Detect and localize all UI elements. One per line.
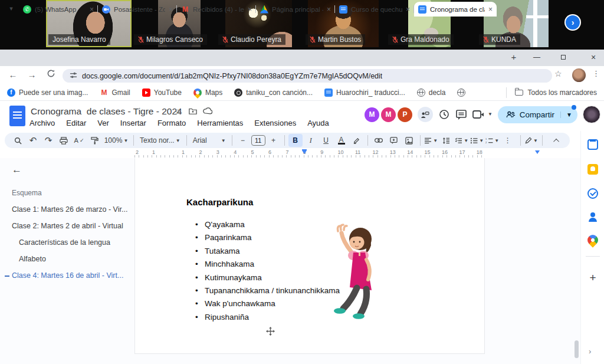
bookmark-item[interactable]: taniku_con canción... <box>234 88 313 97</box>
bookmark-item[interactable]: Huarochiri_ traducci... <box>324 88 405 97</box>
print-icon[interactable] <box>57 134 71 147</box>
tab-search-button[interactable]: ▾ <box>5 2 18 14</box>
site-info-icon[interactable] <box>70 71 77 81</box>
spellcheck-icon[interactable]: A✓ <box>72 134 86 147</box>
insert-link-icon[interactable] <box>372 134 386 147</box>
maps-icon[interactable] <box>585 232 600 247</box>
share-dropdown-caret[interactable]: ▼ <box>560 112 577 118</box>
insert-image-icon[interactable] <box>402 134 416 147</box>
comments-icon[interactable] <box>455 109 467 120</box>
browser-tab[interactable]: Cronograma de clase × <box>414 2 497 17</box>
add-comment-icon[interactable] <box>387 134 401 147</box>
editing-mode-dropdown[interactable]: ▼ <box>524 134 539 147</box>
numbered-list-dropdown[interactable]: 12▼ <box>485 134 500 147</box>
browser-profile-avatar[interactable] <box>572 68 586 82</box>
text-color-button[interactable]: A <box>334 134 349 147</box>
tab-close-icon[interactable]: × <box>169 5 173 14</box>
share-button[interactable]: Compartir ▼ <box>498 106 577 123</box>
document-page[interactable]: Kacharparikuna Q'ayakamaPaqarinkamaTutak… <box>134 158 485 354</box>
collaborator-avatar[interactable]: P <box>398 107 412 122</box>
new-tab-button[interactable]: + <box>508 52 519 63</box>
move-to-folder-icon[interactable] <box>189 107 197 116</box>
outline-item[interactable]: Clase 4: Martes 16 de abril - Virt... <box>12 271 130 280</box>
forward-button[interactable]: → <box>26 70 38 80</box>
window-close-button[interactable]: × <box>587 52 599 63</box>
tab-close-icon[interactable]: × <box>90 5 94 14</box>
right-indent-marker[interactable] <box>535 150 540 154</box>
bold-button[interactable]: B <box>288 134 303 147</box>
menu-item[interactable]: Editar <box>66 119 86 127</box>
highlight-color-icon[interactable] <box>350 134 364 147</box>
zoom-dropdown[interactable]: 100%▼ <box>103 134 130 147</box>
tasks-icon[interactable] <box>587 188 598 199</box>
document-title[interactable]: Cronograma de clases - Tigre - 2024 <box>31 106 182 117</box>
google-docs-icon[interactable] <box>9 106 25 126</box>
more-options-icon[interactable]: ⋮ <box>501 134 515 147</box>
reload-button[interactable] <box>45 69 57 80</box>
window-maximize-button[interactable] <box>557 52 569 63</box>
menu-item[interactable]: Archivo <box>29 119 55 127</box>
present-to-meeting-button[interactable] <box>418 107 433 122</box>
decrease-font-size-button[interactable]: − <box>236 134 250 147</box>
font-dropdown[interactable]: Arial▼ <box>191 134 228 147</box>
redo-icon[interactable]: ↷ <box>41 134 55 147</box>
account-avatar[interactable] <box>583 106 600 123</box>
video-call-button[interactable]: ▼ <box>472 110 493 119</box>
tab-close-icon[interactable]: × <box>327 5 331 14</box>
bookmark-item[interactable]: YouTube <box>142 88 182 97</box>
outline-item[interactable]: Características de la lengua <box>12 238 130 247</box>
tab-close-icon[interactable]: × <box>488 5 493 14</box>
tab-close-icon[interactable]: × <box>248 5 252 14</box>
address-bar[interactable]: docs.google.com/document/d/1ab2mQNIz-Pfx… <box>63 69 552 83</box>
version-history-icon[interactable] <box>438 109 450 120</box>
increase-font-size-button[interactable]: + <box>267 134 281 147</box>
bookmark-item[interactable] <box>457 88 469 97</box>
browser-tab[interactable]: Página principal - Go × <box>256 2 335 17</box>
hide-menus-button[interactable] <box>550 134 564 147</box>
underline-button[interactable]: U <box>319 134 333 147</box>
browser-tab[interactable]: Recibidos (4) - lengu × <box>177 2 256 17</box>
bookmark-item[interactable]: Puede ser una imag... <box>7 88 88 97</box>
outline-item[interactable]: Clase 2: Martes 2 de abril - Virtual <box>12 222 130 230</box>
font-size-input[interactable]: 11 <box>251 135 265 146</box>
bookmark-item[interactable]: Maps <box>193 88 222 97</box>
menu-item[interactable]: Herramientas <box>197 119 243 127</box>
search-menus-icon[interactable] <box>11 134 25 147</box>
tab-close-icon[interactable]: × <box>406 5 410 14</box>
cloud-status-icon[interactable] <box>203 107 212 116</box>
back-button[interactable]: ← <box>7 70 19 80</box>
zoom-next-participants-button[interactable]: › <box>564 14 581 31</box>
browser-tab[interactable]: Posasistente - Zoom × <box>98 2 177 17</box>
bookmark-item[interactable]: decla <box>417 88 446 97</box>
menu-item[interactable]: Insertar <box>120 119 146 127</box>
menu-item[interactable]: Ver <box>97 119 109 127</box>
undo-icon[interactable]: ↶ <box>26 134 40 147</box>
vertical-scrollbar-thumb[interactable] <box>575 340 579 358</box>
scroll-right-chevron[interactable]: › <box>589 347 591 356</box>
italic-button[interactable]: I <box>304 134 318 147</box>
outline-item[interactable]: Alfabeto <box>12 255 130 263</box>
collaborator-avatar[interactable]: M <box>365 107 379 122</box>
browser-tab[interactable]: Curso de quechua on × <box>335 2 414 17</box>
left-indent-marker[interactable] <box>302 150 307 154</box>
browser-tab[interactable]: (5) WhatsApp × <box>19 2 98 17</box>
menu-item[interactable]: Formato <box>157 119 186 127</box>
menu-item[interactable]: Extensiones <box>254 119 296 127</box>
align-dropdown[interactable]: ▼ <box>424 134 438 147</box>
bookmark-star-icon[interactable]: ☆ <box>554 69 562 78</box>
menu-item[interactable]: Ayuda <box>307 119 329 127</box>
all-bookmarks-button[interactable]: Todos los marcadores <box>506 87 597 98</box>
contacts-icon[interactable] <box>587 212 598 222</box>
line-spacing-icon[interactable] <box>439 134 454 147</box>
paint-format-icon[interactable] <box>87 134 101 147</box>
collaborator-avatar[interactable]: M <box>381 107 396 122</box>
outline-item[interactable]: Clase 1: Martes 26 de marzo - Vir... <box>12 205 130 214</box>
paragraph-style-dropdown[interactable]: Texto nor...▼ <box>137 134 183 147</box>
keep-icon[interactable] <box>587 164 598 175</box>
close-outline-button[interactable]: ← <box>12 164 130 176</box>
window-minimize-button[interactable]: — <box>531 52 543 63</box>
checklist-dropdown[interactable]: ▼ <box>455 134 469 147</box>
star-document-icon[interactable]: ☆ <box>175 107 182 116</box>
horizontal-ruler[interactable]: 21123456789101112131415161718 <box>134 149 485 158</box>
browser-menu-icon[interactable]: ⋮ <box>592 69 600 78</box>
